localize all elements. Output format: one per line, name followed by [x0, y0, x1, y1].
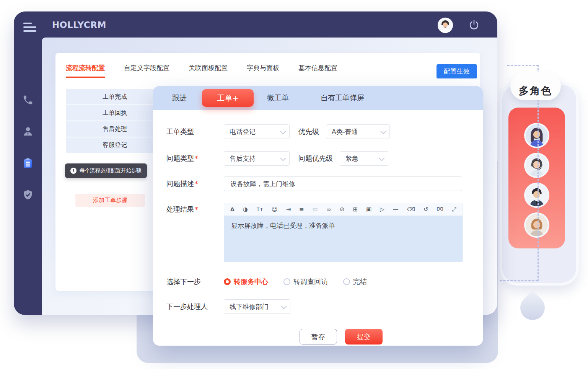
tab-linked-panel-config[interactable]: 关联面板配置 [189, 64, 228, 78]
submit-button[interactable]: 提交 [345, 329, 383, 345]
image-icon[interactable]: ▣ [366, 207, 371, 212]
field-label-next-step: 选择下一步 [166, 277, 224, 286]
fullscreen-icon[interactable]: ⤢ [452, 207, 456, 212]
dashed-line-top [507, 65, 539, 66]
config-tab-bar: 流程流转配置 自定义字段配置 关联面板配置 字典与面板 基本信息配置 [66, 64, 337, 78]
font-style-icon[interactable]: A [230, 207, 235, 212]
sidebar-item-phone[interactable] [22, 94, 34, 106]
radio-transfer-service-center[interactable]: 转服务中心 [224, 277, 268, 286]
video-icon[interactable]: ▷ [380, 207, 384, 212]
insert-link-icon[interactable]: ∞ [327, 207, 332, 212]
flow-step-receipt[interactable]: 工单回执 [66, 104, 164, 121]
tab-process-flow-config[interactable]: 流程流转配置 [66, 64, 105, 78]
chevron-down-icon [280, 128, 286, 134]
modal-tab-own-popup[interactable]: 自有工单弹屏 [321, 93, 364, 103]
field-label-problem-desc: 问题描述* [166, 179, 224, 188]
radio-icon [283, 278, 290, 285]
result-textarea[interactable]: 显示屏故障，电话已受理，准备派单 [224, 216, 463, 262]
modal-actions: 暂存 提交 [183, 329, 499, 345]
screenshot-stage: 多角色 HOLLYCRM 流程流转配置 [0, 0, 588, 369]
horizontal-rule-icon[interactable]: — [393, 207, 399, 212]
modal-tab-follow-up[interactable]: 跟进 [172, 93, 187, 103]
user-avatar[interactable] [438, 18, 453, 33]
modal-tab-micro-work-order[interactable]: 微工单 [267, 93, 289, 103]
dashed-line-bottom [500, 280, 538, 281]
role-avatar-4 [524, 212, 549, 238]
logout-power-icon[interactable] [468, 19, 480, 31]
radio-icon [224, 278, 231, 285]
next-handler-select[interactable]: 线下维修部门 [224, 299, 290, 314]
problem-desc-input[interactable]: 设备故障，需上门维修 [224, 176, 462, 191]
font-size-icon[interactable]: Tт [256, 207, 263, 212]
work-order-modal: 跟进 工单+ 微工单 自有工单弹屏 工单类型 电话登记 优先级 A类-普通 问题… [153, 86, 483, 346]
role-avatar-1 [524, 123, 549, 148]
sidebar-item-work-orders[interactable] [22, 157, 34, 169]
color-palette-icon[interactable]: ◑ [243, 207, 248, 212]
tab-dictionary-panel[interactable]: 字典与面板 [247, 64, 279, 78]
priority-select[interactable]: A类-普通 [326, 124, 390, 139]
indent-icon[interactable]: ⇥ [286, 207, 291, 212]
flow-notice-tooltip: ! 每个流程必须配置开始步骤 [65, 163, 147, 178]
flow-step-complete[interactable]: 工单完成 [66, 89, 164, 104]
rich-text-editor: A◑Tт☺⇥≡≔∞⊘⊞▣▷—⌫↺⌧⤢ 显示屏故障，电话已受理，准备派单 [224, 203, 463, 262]
modal-tab-work-order-active[interactable]: 工单+ [202, 89, 254, 107]
radio-icon [343, 278, 350, 285]
eraser-icon[interactable]: ⌫ [407, 207, 415, 212]
warning-icon: ! [70, 168, 77, 174]
save-draft-button[interactable]: 暂存 [300, 329, 337, 345]
field-label-priority: 优先级 [298, 127, 319, 136]
field-label-problem-type: 问题类型* [166, 154, 224, 163]
work-order-type-select[interactable]: 电话登记 [224, 124, 290, 139]
multi-role-panel [500, 82, 579, 286]
emoji-icon[interactable]: ☺ [272, 207, 278, 212]
role-avatars-panel [508, 108, 565, 248]
chevron-down-icon [380, 128, 386, 134]
tab-basic-info-config[interactable]: 基本信息配置 [298, 64, 337, 78]
menu-toggle-icon[interactable] [23, 23, 36, 32]
role-avatar-3 [524, 183, 549, 208]
flow-step-register[interactable]: 客服登记 [66, 137, 164, 153]
remove-link-icon[interactable]: ⊘ [340, 207, 345, 212]
field-label-problem-priority: 问题优先级 [298, 154, 333, 163]
table-icon[interactable]: ⊞ [353, 207, 358, 212]
align-icon[interactable]: ≡ [299, 207, 304, 212]
work-order-form: 工单类型 电话登记 优先级 A类-普通 问题类型* 售后支持 问题优先级 [153, 110, 483, 345]
chevron-down-icon [280, 155, 286, 161]
flow-step-list: 工单完成 工单回执 售后处理 客服登记 [66, 89, 164, 153]
role-avatar-2 [524, 153, 549, 178]
add-work-order-step-button[interactable]: 添加工单步骤 [75, 194, 145, 207]
delete-icon[interactable]: ⌧ [437, 207, 443, 212]
teardrop-decoration [515, 291, 550, 325]
brand-logo: HOLLYCRM [52, 20, 106, 30]
sidebar-item-security[interactable] [22, 189, 34, 201]
radio-finish[interactable]: 完结 [343, 277, 367, 286]
field-label-next-handler: 下一步处理人 [166, 302, 224, 311]
flow-step-aftersale[interactable]: 售后处理 [66, 121, 164, 137]
undo-icon[interactable]: ↺ [423, 207, 428, 212]
chevron-down-icon [379, 155, 385, 161]
editor-toolbar: A◑Tт☺⇥≡≔∞⊘⊞▣▷—⌫↺⌧⤢ [224, 203, 463, 216]
sidebar-item-contacts[interactable] [22, 126, 34, 137]
multi-role-label: 多角色 [519, 84, 552, 98]
apply-config-button[interactable]: 配置生效 [437, 64, 477, 78]
tab-custom-field-config[interactable]: 自定义字段配置 [124, 64, 169, 78]
problem-type-select[interactable]: 售后支持 [224, 151, 290, 166]
radio-transfer-survey-callback[interactable]: 转调查回访 [283, 277, 328, 286]
next-step-radio-group: 转服务中心 转调查回访 完结 [224, 277, 367, 286]
modal-tab-bar: 跟进 工单+ 微工单 自有工单弹屏 [153, 86, 483, 110]
field-label-work-order-type: 工单类型 [166, 127, 224, 136]
chevron-down-icon [281, 303, 287, 309]
notice-text: 每个流程必须配置开始步骤 [80, 167, 142, 174]
problem-priority-select[interactable]: 紧急 [340, 151, 388, 166]
unordered-list-icon[interactable]: ≔ [313, 207, 318, 212]
field-label-result: 处理结果* [166, 203, 224, 214]
